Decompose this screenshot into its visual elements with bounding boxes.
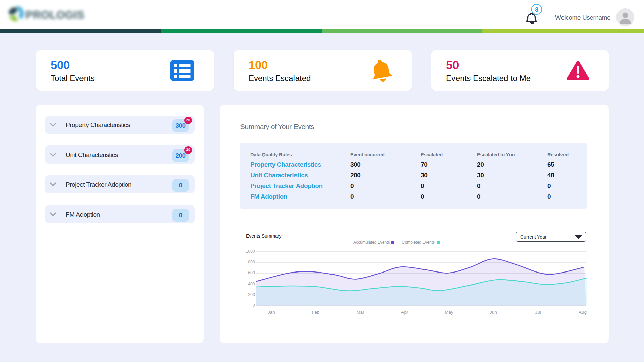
svg-text:PROLOGIS: PROLOGIS <box>25 9 85 21</box>
svg-text:3: 3 <box>535 6 539 13</box>
